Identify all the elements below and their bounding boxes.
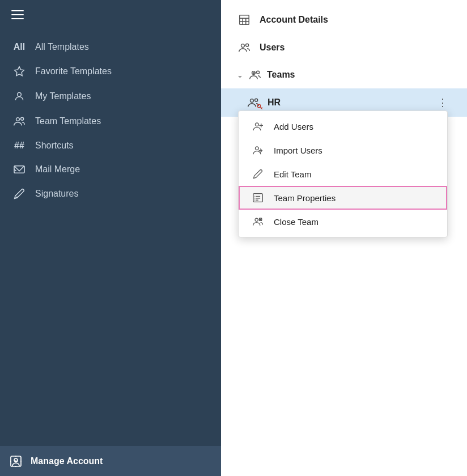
- teams-icon: [248, 69, 262, 80]
- sidebar-item-label: My Templates: [35, 91, 91, 101]
- context-menu: Add Users Import Users Edit Team: [238, 110, 448, 237]
- sidebar-item-shortcuts[interactable]: ## Shortcuts: [0, 134, 221, 158]
- svg-point-3: [21, 117, 24, 120]
- svg-point-18: [253, 72, 254, 74]
- sidebar-item-mail-merge[interactable]: Mail Merge: [0, 158, 221, 181]
- ctx-item-label: Import Users: [274, 146, 322, 155]
- sidebar-item-label: Shortcuts: [35, 141, 74, 151]
- ctx-item-label: Close Team: [274, 217, 319, 227]
- team-key-icon: [246, 97, 261, 108]
- import-person-icon: [251, 145, 265, 155]
- hamburger-menu-button[interactable]: [11, 10, 24, 19]
- list-properties-icon: [251, 193, 265, 203]
- svg-point-24: [256, 123, 259, 126]
- panel-item-account-details[interactable]: Account Details: [221, 6, 467, 34]
- users-icon: [237, 42, 252, 53]
- sidebar-navigation: All All Templates Favorite Templates My …: [0, 29, 221, 446]
- team-icon: [11, 116, 27, 127]
- ctx-item-label: Add Users: [274, 122, 313, 131]
- svg-line-23: [261, 108, 262, 108]
- ctx-edit-team[interactable]: Edit Team: [239, 162, 447, 186]
- ctx-close-team[interactable]: Close Team: [239, 210, 447, 233]
- manage-account-icon: [9, 454, 23, 468]
- svg-rect-9: [240, 15, 249, 25]
- sidebar: All All Templates Favorite Templates My …: [0, 0, 221, 476]
- svg-point-8: [15, 461, 16, 462]
- add-person-icon: [251, 121, 265, 131]
- pen-icon: [11, 188, 27, 199]
- sidebar-item-my-templates[interactable]: My Templates: [0, 84, 221, 109]
- mail-icon: [11, 164, 27, 175]
- sidebar-item-label: Team Templates: [35, 116, 101, 126]
- svg-point-27: [256, 147, 259, 150]
- svg-marker-0: [15, 67, 24, 76]
- svg-point-36: [255, 218, 258, 221]
- sidebar-item-manage-account[interactable]: Manage Account: [0, 446, 221, 476]
- ctx-add-users[interactable]: Add Users: [239, 114, 447, 138]
- key-badge-icon: [257, 104, 263, 110]
- svg-point-19: [251, 99, 254, 103]
- svg-point-1: [18, 92, 22, 96]
- sidebar-item-label: Signatures: [35, 189, 79, 199]
- hr-team-menu-button[interactable]: ⋮: [434, 94, 451, 111]
- panel-teams-label: Teams: [267, 70, 295, 80]
- chevron-down-icon: ⌄: [237, 71, 243, 79]
- sidebar-item-label: Mail Merge: [35, 164, 80, 175]
- sidebar-item-label: All Templates: [35, 42, 89, 52]
- panel-item-users[interactable]: Users: [221, 34, 467, 61]
- close-team-icon: [251, 216, 265, 227]
- star-icon: [11, 66, 27, 77]
- svg-point-20: [255, 99, 258, 101]
- panel-navigation: Account Details Users ⌄: [221, 0, 467, 122]
- hash-prefix: ##: [11, 141, 27, 151]
- panel-item-teams[interactable]: ⌄ Teams: [221, 61, 467, 88]
- sidebar-item-all-templates[interactable]: All All Templates: [0, 35, 221, 59]
- svg-point-17: [257, 71, 260, 74]
- ctx-import-users[interactable]: Import Users: [239, 138, 447, 162]
- sidebar-item-signatures[interactable]: Signatures: [0, 181, 221, 206]
- ctx-team-properties[interactable]: Team Properties: [239, 186, 447, 210]
- hr-team-label: HR: [268, 97, 434, 108]
- sidebar-item-label: Favorite Templates: [35, 66, 112, 76]
- sidebar-item-team-templates[interactable]: Team Templates: [0, 109, 221, 134]
- sidebar-header: [0, 0, 221, 29]
- ctx-item-label: Team Properties: [274, 193, 336, 203]
- manage-account-label: Manage Account: [31, 456, 103, 466]
- svg-rect-29: [253, 194, 262, 202]
- svg-point-14: [241, 44, 245, 48]
- svg-point-15: [246, 44, 249, 46]
- svg-point-16: [252, 71, 256, 75]
- panel-item-label: Account Details: [260, 15, 328, 25]
- person-icon: [11, 91, 27, 102]
- panel-item-label: Users: [260, 42, 285, 53]
- sidebar-item-favorite-templates[interactable]: Favorite Templates: [0, 59, 221, 84]
- right-panel: Account Details Users ⌄: [221, 0, 467, 476]
- all-prefix: All: [11, 42, 27, 52]
- building-icon: [237, 14, 252, 26]
- pencil-icon: [251, 169, 265, 179]
- ctx-item-label: Edit Team: [274, 169, 311, 179]
- svg-point-2: [16, 118, 20, 121]
